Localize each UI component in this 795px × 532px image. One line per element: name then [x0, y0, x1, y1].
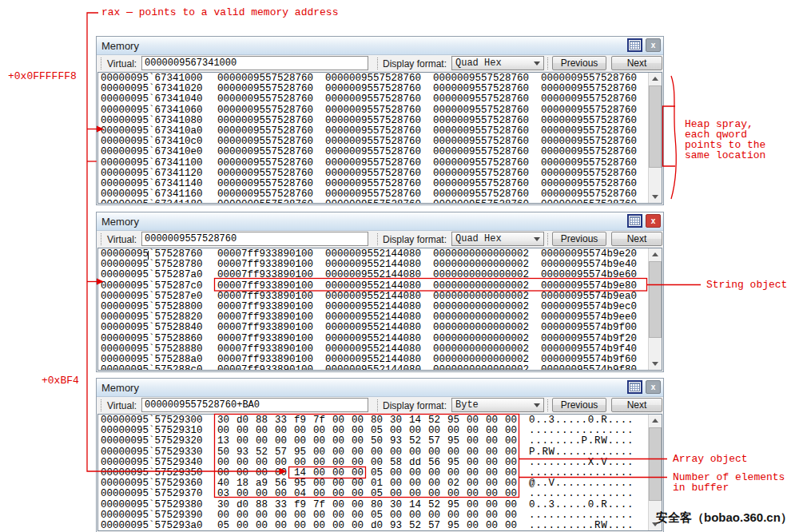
close-icon[interactable]: x	[646, 380, 661, 394]
window-title: Memory	[97, 382, 139, 394]
address-cell: 00000095`575288c0	[101, 365, 217, 371]
byte-cell: 04	[294, 489, 313, 499]
toolbar-gripper[interactable]	[101, 399, 101, 411]
memory-dump[interactable]: 00000095`5752930030d08833f97f00008030145…	[97, 414, 662, 531]
vertical-scrollbar[interactable]	[648, 248, 662, 370]
byte-cell: 00	[390, 447, 409, 458]
toolbar-gripper[interactable]	[547, 58, 548, 69]
memory-row: 00000095`575287e000007ff9338901000000009…	[101, 292, 662, 302]
title-bar[interactable]: Memory x	[97, 212, 663, 231]
display-format-value: Byte	[455, 399, 479, 411]
memory-row: 00000095`6734108000000095575287600000009…	[101, 116, 662, 126]
previous-button[interactable]: Previous	[552, 232, 606, 246]
qword-cell: 0000009557528760	[325, 158, 433, 169]
qword-cell: 0000009557528760	[325, 169, 433, 179]
title-bar[interactable]: Memory x	[97, 379, 663, 397]
display-format-select[interactable]: Quad Hex	[451, 232, 544, 246]
memory-table-icon[interactable]	[627, 214, 642, 228]
byte-cell: 00	[428, 447, 447, 458]
byte-cell: 00	[256, 510, 275, 521]
scrollbar-thumb[interactable]	[649, 85, 662, 168]
toolbar-gripper[interactable]	[377, 233, 378, 245]
display-format-label: Display format:	[383, 58, 447, 69]
close-icon[interactable]: x	[646, 214, 661, 228]
qword-cell: 0000009557528760	[433, 94, 541, 105]
qword-cell: 0000000000000002	[433, 323, 541, 333]
ascii-cell: ................	[529, 489, 634, 499]
display-format-value: Quad Hex	[455, 58, 502, 69]
virtual-address-input[interactable]	[141, 232, 368, 246]
memory-row: 00000095`575287c000007ff9338901000000009…	[101, 281, 662, 292]
scroll-down-icon[interactable]	[649, 191, 662, 203]
byte-cell: 00	[313, 447, 332, 458]
byte-cell: 00	[428, 510, 447, 521]
address-cell: 00000095`67341060	[101, 105, 217, 116]
qword-cell: 0000009557528760	[433, 158, 541, 169]
scrollbar-thumb[interactable]	[649, 427, 662, 501]
next-button[interactable]: Next	[611, 56, 662, 70]
qword-cell: 0000009557528760	[541, 94, 649, 105]
qword-cell: 0000009557528760	[325, 200, 433, 204]
vertical-scrollbar[interactable]	[648, 73, 662, 203]
byte-cell: 00	[313, 521, 332, 531]
offset-annotation-top: +0x0FFFFFF8	[8, 71, 77, 81]
memory-dump[interactable]: 00000095`5752876000007ff9338901000000009…	[97, 248, 662, 371]
memory-table-icon[interactable]	[627, 38, 642, 52]
element-count-annotation: Number of elementsin buffer	[673, 472, 785, 493]
memory-toolbar: Virtual: Display format: Byte Previous N…	[97, 397, 663, 414]
byte-cell: 93	[237, 447, 256, 458]
scroll-down-icon[interactable]	[649, 358, 662, 370]
scrollbar-thumb[interactable]	[649, 261, 662, 338]
display-format-select[interactable]: Quad Hex	[451, 56, 544, 70]
toolbar-gripper[interactable]	[377, 58, 378, 69]
qword-cell: 00000095574b9ea0	[541, 292, 649, 302]
byte-cell: 00	[237, 489, 256, 499]
byte-cell: 95	[447, 458, 467, 468]
byte-cell: 00	[352, 447, 371, 458]
next-button[interactable]: Next	[611, 398, 662, 412]
close-icon[interactable]: x	[646, 38, 661, 52]
previous-button[interactable]: Previous	[552, 398, 606, 412]
memory-row: 00000095`6734104000000095575287600000009…	[101, 94, 662, 105]
scroll-up-icon[interactable]	[649, 415, 662, 427]
memory-row: 00000095`575293a00500000000000000d093525…	[101, 521, 662, 531]
memory-table-icon[interactable]	[627, 380, 642, 394]
virtual-address-input[interactable]	[141, 398, 368, 412]
display-format-label: Display format:	[383, 400, 447, 411]
title-bar[interactable]: Memory x	[97, 37, 663, 55]
next-button[interactable]: Next	[611, 232, 662, 246]
qword-cell: 0000009557528760	[217, 158, 325, 169]
byte-cell: 14	[409, 500, 428, 510]
byte-cell: 00	[275, 489, 294, 499]
scroll-up-icon[interactable]	[649, 73, 662, 85]
byte-cell: 52	[256, 447, 275, 458]
byte-cell: 00	[217, 510, 237, 521]
byte-cell: 00	[275, 521, 294, 531]
toolbar-gripper[interactable]	[377, 399, 378, 411]
string-object-annotation: String object	[706, 280, 787, 290]
qword-cell: 00000095574b9f40	[541, 344, 649, 355]
byte-cell: 03	[217, 489, 237, 499]
display-format-select[interactable]: Byte	[451, 398, 544, 412]
display-format-label: Display format:	[383, 234, 447, 245]
qword-cell: 0000009557528760	[433, 105, 541, 116]
scroll-up-icon[interactable]	[649, 248, 662, 260]
toolbar-gripper[interactable]	[101, 233, 101, 245]
heap-spray-annotation: Heap spray,each qwordpoints to thesame l…	[685, 119, 765, 161]
qword-cell: 0000009557528760	[217, 94, 325, 105]
qword-cell: 0000000000000002	[433, 270, 541, 280]
byte-cell: 30	[390, 500, 409, 510]
qword-cell: 0000009552144080	[325, 292, 433, 302]
watermark: 安全客（bobao.360.cn）	[656, 510, 793, 526]
byte-cell: 95	[294, 447, 313, 458]
virtual-address-input[interactable]	[141, 56, 368, 70]
memory-dump[interactable]: 00000095`6734100000000095575287600000009…	[97, 72, 662, 204]
memory-row: 00000095`5752886000007ff9338901000000009…	[101, 334, 662, 344]
toolbar-gripper[interactable]	[101, 58, 101, 69]
previous-button[interactable]: Previous	[552, 56, 606, 70]
toolbar-gripper[interactable]	[547, 233, 548, 245]
debugger-screenshot: { "annotations": { "annotation_color": "…	[0, 0, 795, 532]
byte-cell: 00	[237, 521, 256, 531]
byte-cell: 93	[390, 436, 409, 447]
toolbar-gripper[interactable]	[547, 399, 548, 411]
